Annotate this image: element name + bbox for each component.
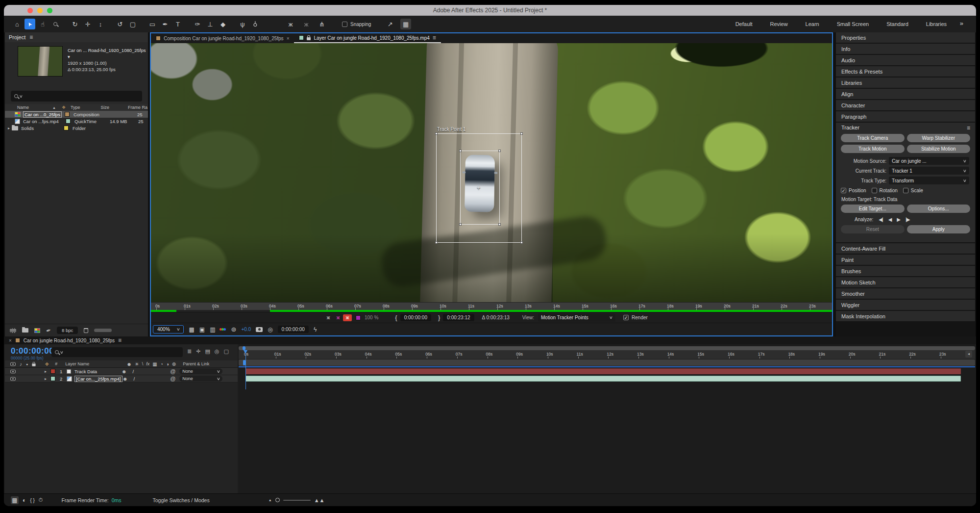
workspace-button[interactable]: Small Screen <box>837 21 869 27</box>
reset-exposure-icon[interactable]: ⊚ <box>231 326 236 333</box>
toggle-alpha-overlay-icon[interactable]: ж <box>343 314 352 321</box>
take-snapshot-icon[interactable] <box>256 327 263 332</box>
viewer-current-time[interactable]: 0:00:00:00 <box>278 326 309 333</box>
layer-row-2[interactable]: ▸ 2 [Car on..._25fps.mp4] ☻ / @ None∨ <box>5 375 238 383</box>
stabilize-motion-button[interactable]: Stabilize Motion <box>907 145 971 153</box>
render-checkbox[interactable]: ✓ <box>623 315 629 320</box>
handle[interactable] <box>520 241 523 244</box>
show-snapshot-icon[interactable]: ◎ <box>268 326 272 333</box>
time-navigator-start-handle[interactable] <box>243 346 245 350</box>
rotation-checkbox[interactable] <box>872 188 877 193</box>
grid-options-icon[interactable]: ▦ <box>400 19 411 29</box>
layer-visibility-toggle[interactable] <box>10 377 16 381</box>
graph-editor-icon[interactable]: ▢ <box>223 348 228 355</box>
more-workspaces-button[interactable]: » <box>960 20 963 27</box>
timeline-panel-menu-icon[interactable]: ≡ <box>118 337 122 344</box>
current-track-dropdown[interactable]: Tracker 1∨ <box>889 167 969 175</box>
handle[interactable] <box>520 132 523 135</box>
puppet-pin-tool[interactable]: ⚲ <box>250 19 261 29</box>
hand-tool[interactable]: ☝ <box>37 19 48 29</box>
toggle-alpha-icon[interactable]: ж <box>323 315 333 320</box>
rotation-tool[interactable]: ↺ <box>115 19 125 29</box>
pen-tool[interactable]: ✒ <box>160 19 171 29</box>
handle[interactable] <box>459 150 462 152</box>
alpha-boundary-opacity[interactable]: 100 % <box>365 315 378 320</box>
project-settings-icon[interactable]: ✒ <box>45 326 52 334</box>
analyze-backward-one-frame-button[interactable]: ◀| <box>879 217 882 222</box>
twirl-icon[interactable]: ▸ <box>45 369 47 374</box>
zoom-slider-handle[interactable] <box>275 498 280 502</box>
scale-checkbox[interactable] <box>903 188 908 193</box>
panel-tab[interactable]: Smoother <box>836 288 975 299</box>
layer-visibility-toggle[interactable] <box>10 369 16 373</box>
layer-bar-footage[interactable] <box>245 376 961 382</box>
panel-tab[interactable]: Libraries <box>836 77 975 88</box>
expand-transfer-controls-icon[interactable]: ◐ <box>23 497 26 504</box>
layer-label-swatch-red[interactable] <box>50 369 55 374</box>
parent-dropdown[interactable]: None∨ <box>179 368 222 374</box>
horizontal-scrollbar[interactable] <box>94 329 112 332</box>
label-swatch-yellow[interactable] <box>64 126 69 130</box>
region-of-interest-icon[interactable]: ▣ <box>199 326 205 333</box>
interpret-footage-icon[interactable] <box>10 328 16 333</box>
work-area-bar[interactable] <box>239 359 975 366</box>
zoom-out-mountain-icon[interactable]: ▲ <box>269 498 272 502</box>
handle[interactable] <box>435 241 438 244</box>
analyze-forward-button[interactable]: ▶ <box>897 217 900 222</box>
layer-name[interactable]: Track Data <box>74 369 122 374</box>
label-swatch-seafoam[interactable] <box>66 119 71 124</box>
delete-icon[interactable] <box>84 328 88 333</box>
rectangle-tool[interactable]: ▭ <box>147 19 158 29</box>
transparency-grid-icon[interactable]: ▩ <box>189 326 194 333</box>
parent-dropdown[interactable]: None∨ <box>179 376 222 382</box>
close-tab-icon[interactable]: × <box>287 36 290 41</box>
handle[interactable] <box>435 132 438 135</box>
tracker-detail-icon[interactable]: ж <box>301 19 312 29</box>
timeline-track-area[interactable]: 0s01s02s03s04s05s06s07s08s09s10s11s12s13… <box>239 344 975 493</box>
out-point-time[interactable]: 0:00:23:12 <box>443 314 474 321</box>
project-search-input[interactable]: ∨ <box>11 91 142 102</box>
zoom-tool[interactable] <box>50 19 61 29</box>
camera-tool[interactable]: ▢ <box>127 19 138 29</box>
toggle-switches-modes-button[interactable]: Toggle Switches / Modes <box>153 497 210 503</box>
panel-tab[interactable]: Effects & Presets <box>836 66 975 77</box>
expand-layer-switches-icon[interactable]: ▩ <box>11 496 19 504</box>
project-row-composition[interactable]: Car on ...0_25fps Composition 25 <box>5 111 148 118</box>
timeline-column-header[interactable]: ♪ ● ❖ # Layer Name ☻ ☀ \ fx ▦ ◔ ◑ ⊕ Pare… <box>5 360 238 368</box>
workspace-button[interactable]: Review <box>770 21 788 27</box>
shy-switch[interactable]: ☻ <box>122 376 128 382</box>
viewer-time-ruler[interactable]: 0s01s02s03s04s05s06s07s08s09s10s11s12s13… <box>151 302 832 310</box>
tab-composition-viewer[interactable]: Composition Car on jungle Road-hd_1920_1… <box>151 33 294 43</box>
shy-switch[interactable]: ☻ <box>122 369 127 374</box>
project-list-header[interactable]: Name ▲ ❖ Type Size Frame Ra <box>5 104 148 111</box>
timeline-search-input[interactable]: ∨ <box>51 347 183 357</box>
brush-tool[interactable]: ✑ <box>192 19 203 29</box>
parent-pickwhip-icon[interactable]: @ <box>170 376 175 382</box>
current-time-display[interactable]: 0:00:00:00 <box>11 346 54 356</box>
motion-tracker-icon[interactable]: ж <box>285 19 296 29</box>
track-motion-button[interactable]: Track Motion <box>841 145 905 153</box>
composition-mini-flowchart-icon[interactable]: ≣ <box>187 348 192 355</box>
layer-row-1[interactable]: ▸ 1 Track Data ☻ / @ None∨ <box>5 368 238 375</box>
home-tool[interactable]: ⌂ <box>12 19 23 29</box>
reset-button[interactable]: Reset <box>841 225 905 233</box>
magnification-dropdown[interactable]: 400%∨ <box>153 325 184 333</box>
show-channel-icon[interactable] <box>220 328 226 331</box>
label-swatch-tan[interactable] <box>65 112 70 117</box>
parent-pickwhip-icon[interactable]: @ <box>170 368 175 374</box>
toggle-alpha-boundary-icon[interactable]: ж <box>333 315 343 320</box>
orbit-camera-tool[interactable]: ↻ <box>70 19 80 29</box>
timeline-time-ruler[interactable]: 0s01s02s03s04s05s06s07s08s09s10s11s12s13… <box>239 350 975 359</box>
pan-camera-tool[interactable]: ✛ <box>82 19 93 29</box>
workspace-button[interactable]: Standard <box>886 21 908 27</box>
clone-stamp-tool[interactable]: ⊥ <box>205 19 216 29</box>
quality-switch[interactable]: / <box>134 376 135 382</box>
new-composition-icon[interactable] <box>34 328 40 333</box>
frame-blending-icon[interactable]: ▤ <box>205 348 210 355</box>
eraser-tool[interactable]: ◆ <box>218 19 228 29</box>
panel-tab[interactable]: Paragraph <box>836 111 975 122</box>
panel-tab[interactable]: Info <box>836 44 975 54</box>
alpha-boundary-color-swatch[interactable] <box>356 315 361 320</box>
handle[interactable] <box>498 223 501 226</box>
workspace-button[interactable]: Default <box>735 21 753 27</box>
